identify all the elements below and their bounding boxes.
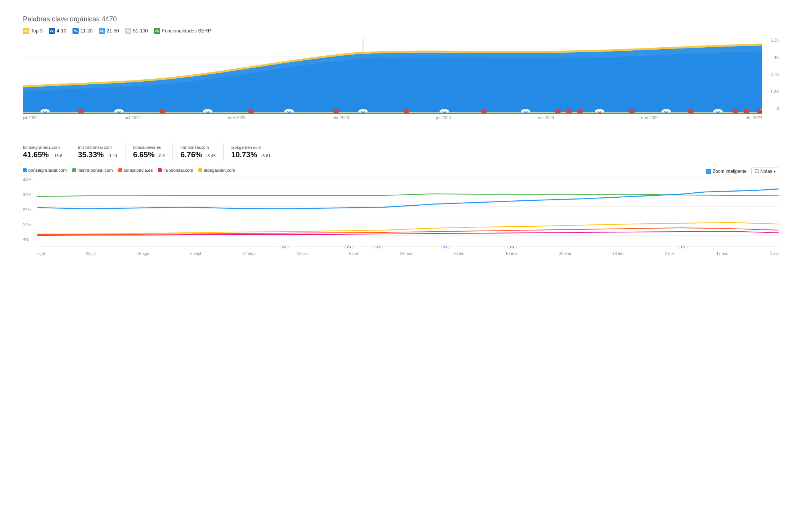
legend-label-4-10: 4-10: [57, 28, 66, 34]
notas-button[interactable]: ☐ Notas ▾: [751, 168, 779, 175]
chart2-area: G G G G G G: [37, 177, 779, 250]
stat-value-2: 35.33%: [78, 150, 104, 159]
stat-bonsaigranada: bonsaigranada.com 41.65% +16.6: [23, 143, 70, 161]
notas-chevron-icon: ▾: [774, 169, 776, 174]
notas-icon: ☐: [755, 169, 759, 174]
svg-text:G: G: [346, 245, 351, 249]
chart1-y-axis: 5,3K 4K 2,7K 1,3K 0: [762, 38, 779, 114]
stat-delta-3: -0.8: [158, 153, 165, 158]
svg-rect-39: [733, 110, 738, 113]
legend-item-4-10[interactable]: 4-10: [49, 28, 66, 34]
legend2-bonsaigranada[interactable]: bonsaigranada.com: [23, 168, 67, 172]
stat-bonsaipavia: bonsaipavia.es 6.65% -0.8: [133, 143, 173, 161]
svg-rect-29: [160, 110, 165, 113]
legend2-irunbonsai[interactable]: irunbonsai.com: [158, 168, 193, 172]
zoom-checkbox-icon: ✓: [706, 169, 711, 174]
legend-label-top3: Top 3: [31, 28, 43, 34]
legend-label-21-50: 21-50: [107, 28, 119, 34]
chart2-legend: bonsaigranada.com mistralbonsai.com bons…: [23, 168, 706, 172]
chart1-legend: Top 3 4-10 11-20 21-50 5: [23, 28, 779, 34]
section-title: Palabras clave orgánicas 4470: [23, 15, 779, 23]
svg-text:G: G: [282, 245, 287, 249]
stat-value-4: 6.76%: [180, 150, 202, 159]
svg-rect-32: [404, 110, 409, 113]
chart2-x-axis: 5 jul 26 jul 16 ago 6 sept 27 sept 18 oc…: [23, 250, 779, 256]
svg-rect-37: [629, 110, 635, 113]
svg-rect-30: [248, 110, 254, 113]
svg-rect-42: [23, 113, 762, 114]
svg-rect-28: [78, 110, 84, 113]
stats-row: bonsaigranada.com 41.65% +16.6 mistralbo…: [23, 143, 779, 161]
stat-domain-2: mistralbonsai.com: [78, 145, 117, 150]
stat-delta-5: +5.61: [260, 153, 271, 158]
svg-text:G: G: [443, 245, 448, 249]
section-visibility: bonsaigranada.com 41.65% +16.6 mistralbo…: [23, 143, 779, 256]
stat-delta-2: +1.14: [107, 153, 118, 158]
stat-domain-4: irunbonsai.com: [180, 145, 216, 150]
chart2-y-axis: 44% 34% 24% 14% 4%: [23, 177, 37, 250]
chart2-controls: ✓ Zoom inteligente ☐ Notas ▾: [706, 168, 779, 175]
notas-label: Notas: [760, 169, 772, 174]
svg-rect-40: [744, 110, 749, 113]
svg-rect-35: [566, 110, 572, 113]
legend-item-51-100[interactable]: 51-100: [125, 28, 148, 34]
section-organic-keywords: Palabras clave orgánicas 4470 Top 3 4-10…: [23, 15, 779, 120]
stat-laosgarden: laosgarden.com 10.73% +5.61: [231, 143, 278, 161]
stat-value-5: 10.73%: [231, 150, 257, 159]
chart1-wrapper: G G G G G G G G: [23, 38, 779, 120]
zoom-label-text: Zoom inteligente: [713, 169, 747, 174]
svg-rect-36: [578, 110, 583, 113]
stat-irunbonsai: irunbonsai.com 6.76% +3.45: [180, 143, 224, 161]
legend2-laosgarden[interactable]: laosgarden.com: [198, 168, 235, 172]
svg-rect-31: [333, 110, 339, 113]
legend-item-21-50[interactable]: 21-50: [99, 28, 119, 34]
legend2-bonsaipavia[interactable]: bonsaipavia.es: [118, 168, 153, 172]
stat-value-3: 6.65%: [133, 150, 155, 159]
svg-text:G: G: [510, 245, 514, 249]
chart2-legend-row: bonsaigranada.com mistralbonsai.com bons…: [23, 168, 779, 175]
stat-value-1: 41.65%: [23, 150, 49, 159]
chart1-area: G G G G G G G G: [23, 38, 762, 114]
chart1-svg: G G G G G G G G: [23, 38, 762, 114]
legend-label-51-100: 51-100: [133, 28, 148, 34]
chart1-x-axis: jul 2022 oct 2022 ene 2023 abr 2023 jul …: [23, 114, 779, 120]
svg-text:G: G: [680, 245, 685, 249]
stat-mistralbonsai: mistralbonsai.com 35.33% +1.14: [78, 143, 125, 161]
legend-label-11-20: 11-20: [81, 28, 93, 34]
svg-rect-33: [482, 110, 487, 113]
stat-domain-1: bonsaigranada.com: [23, 145, 62, 150]
legend-item-serp[interactable]: Funcionalidades SERP: [154, 28, 211, 34]
svg-rect-38: [688, 110, 694, 113]
stat-delta-4: +3.45: [205, 153, 216, 158]
chart2-svg: G G G G G G: [37, 177, 779, 250]
stat-domain-3: bonsaipavia.es: [133, 145, 165, 150]
legend-label-serp: Funcionalidades SERP: [162, 28, 211, 34]
legend-item-top3[interactable]: Top 3: [23, 28, 43, 34]
stat-domain-5: laosgarden.com: [231, 145, 271, 150]
svg-text:G: G: [376, 245, 381, 249]
legend-item-11-20[interactable]: 11-20: [72, 28, 93, 34]
chart2-wrapper: 44% 34% 24% 14% 4%: [23, 177, 779, 256]
legend2-mistralbonsai[interactable]: mistralbonsai.com: [72, 168, 113, 172]
svg-rect-41: [757, 110, 762, 113]
stat-delta-1: +16.6: [52, 153, 62, 158]
svg-rect-34: [555, 110, 560, 113]
zoom-toggle[interactable]: ✓ Zoom inteligente: [706, 169, 747, 174]
